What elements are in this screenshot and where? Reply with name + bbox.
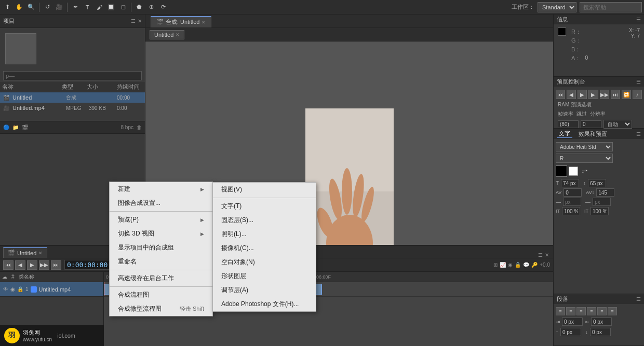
off2-input[interactable] [593,198,611,206]
text-panel-menu[interactable]: ☰ [636,131,641,137]
effects-tab[interactable]: 效果和预置 [576,130,609,138]
play-audio-btn[interactable]: ▶ [588,90,598,99]
tl-close[interactable]: ✕ [545,252,549,258]
comp-tab-close[interactable]: ✕ [202,20,206,25]
layer-item-1[interactable]: 👁 ◉ 🔒 1 Untitled.mp4 [0,282,103,297]
new-comp-icon[interactable]: 🎬 [22,124,28,130]
trash-icon[interactable]: 🗑 [137,124,142,130]
ctx-comp-settings[interactable]: 图像合成设置... [110,196,212,210]
indent-right-input[interactable] [591,317,612,326]
tl-graph-icon[interactable]: 📈 [500,262,506,268]
ctx-sub-shape[interactable]: 形状图层 [213,269,316,283]
tl-first-btn[interactable]: ⏮ [3,260,14,270]
tool-brush[interactable]: 🖌 [94,2,104,12]
tool-camera[interactable]: 🎥 [54,2,64,12]
workspace-select[interactable]: Standard [538,2,576,12]
fg-swatch[interactable] [556,165,567,177]
tool-text[interactable]: T [82,2,92,12]
ctx-sub-solid[interactable]: 固态层(S)... [213,213,316,227]
tl-menu[interactable]: ☰ [538,252,543,258]
ctx-show-project[interactable]: 显示项目中的合成组 [110,241,212,255]
next-frame-btn[interactable]: ▶▶ [600,90,609,99]
tl-key-icon[interactable]: 🔑 [531,262,538,268]
size-input[interactable] [561,179,579,187]
ctx-sub-adjustment[interactable]: 调节层(A) [213,283,316,297]
ctx-flowchart[interactable]: 合成流程图 [110,288,212,302]
prev-frame-btn[interactable]: ◀ [567,90,576,99]
res-select[interactable]: 自动 [603,120,632,129]
font-select[interactable]: Adobe Heiti Std [556,142,613,151]
tl-tab-close[interactable]: ✕ [38,251,43,256]
last-frame-btn[interactable]: ⏭ [611,90,620,99]
scale-input[interactable] [596,188,614,197]
skip-field[interactable] [581,120,601,128]
timeline-tab-active[interactable]: 🎬 Untitled ✕ [3,247,47,258]
tool-shape[interactable]: ⬟ [134,2,144,12]
ctx-rename[interactable]: 重命名 [110,255,212,269]
swap-icon[interactable]: ⇌ [582,167,588,175]
info-menu[interactable]: ☰ [636,17,641,22]
justify-right-btn[interactable]: ≡ [597,307,607,315]
ctx-sub-light[interactable]: 照明(L)... [213,227,316,241]
layer-eye[interactable]: 👁 [3,286,8,292]
comp-inner-tab[interactable]: Untitled ✕ [150,30,184,39]
tl-next-btn[interactable]: ▶▶ [39,260,49,270]
panel-close[interactable]: ✕ [138,18,142,24]
audio-btn[interactable]: ♪ [633,90,642,99]
new-folder-icon[interactable]: 📁 [12,124,19,130]
tl-play-btn[interactable]: ▶ [27,260,37,270]
tool-pen[interactable]: ✒ [70,2,81,12]
ctx-bg-cache[interactable]: 高速缓存在后台工作 [110,271,212,285]
first-frame-btn[interactable]: ⏮ [556,90,565,99]
tool-hand[interactable]: ✋ [14,2,24,12]
align-left-btn[interactable]: ≡ [556,307,565,315]
tl-last-btn[interactable]: ⏭ [51,260,61,270]
loop-btn[interactable]: 🔁 [622,90,631,99]
indent-left-input[interactable] [562,317,583,326]
tl-lock-icon[interactable]: 🔒 [515,262,521,268]
pct1-input[interactable] [562,207,580,215]
align-center-btn[interactable]: ≡ [566,307,575,315]
tool-puppet[interactable]: ⊕ [146,2,156,12]
tool-stamp[interactable]: 🔲 [106,2,116,12]
line-input[interactable] [588,179,606,187]
para-menu[interactable]: ☰ [636,296,641,302]
style-select[interactable]: R [556,154,613,163]
comp-inner-tab-close[interactable]: ✕ [176,32,180,37]
ctx-new-item[interactable]: 新建 [110,182,212,196]
preview-ctrl-menu[interactable]: ☰ [636,79,641,85]
space-after-input[interactable] [590,328,611,336]
tool-rotate[interactable]: ↺ [42,2,52,12]
tool-zoom[interactable]: 🔍 [26,2,36,12]
speed-field[interactable] [558,120,579,128]
panel-menu[interactable]: ☰ [131,18,136,24]
align-right-btn[interactable]: ≡ [576,307,586,315]
ctx-sub-photoshop[interactable]: Adobe Photoshop 文件(H)... [213,297,316,311]
ctx-switch-3d[interactable]: 切换 3D 视图 [110,227,212,241]
play-btn[interactable]: ▶ [578,90,587,99]
tool-3d[interactable]: ⟳ [158,2,168,12]
bg-swatch[interactable] [569,167,578,176]
text-tab[interactable]: 文字 [557,130,572,138]
interpret-icon[interactable]: 🔵 [3,124,9,130]
layer-lock[interactable]: 🔒 [17,286,23,292]
off1-input[interactable] [563,198,581,206]
justify-all-btn[interactable]: ≡ [608,307,617,315]
ctx-sub-null[interactable]: 空白对象(N) [213,255,316,269]
ctx-mini-flowchart[interactable]: 合成微型流程图 轻击 Shift [110,302,212,316]
pct2-input[interactable] [591,207,609,215]
space-before-input[interactable] [560,328,581,336]
list-item[interactable]: 🎥 Untitled.mp4 MPEG 390 KB 0:00 [0,103,145,113]
ctx-sub-view[interactable]: 视图(V) [213,183,316,197]
tracking-input[interactable] [564,188,582,197]
tool-select[interactable]: ⬆ [2,2,12,12]
justify-btn[interactable]: ≡ [587,307,596,315]
ctx-sub-text[interactable]: 文字(T) [213,199,316,213]
search-input[interactable] [580,2,642,12]
tl-comment-icon[interactable]: 💬 [523,262,529,268]
tl-switches-icon[interactable]: ⊞ [493,262,498,268]
comp-tab-active[interactable]: 🎬 合成: Untitled ✕ [151,16,211,27]
tl-solo-icon[interactable]: ◉ [508,262,513,268]
list-item[interactable]: 🎬 Untitled 合成 00:00 [0,92,145,103]
tool-eraser[interactable]: ◻ [118,2,128,12]
